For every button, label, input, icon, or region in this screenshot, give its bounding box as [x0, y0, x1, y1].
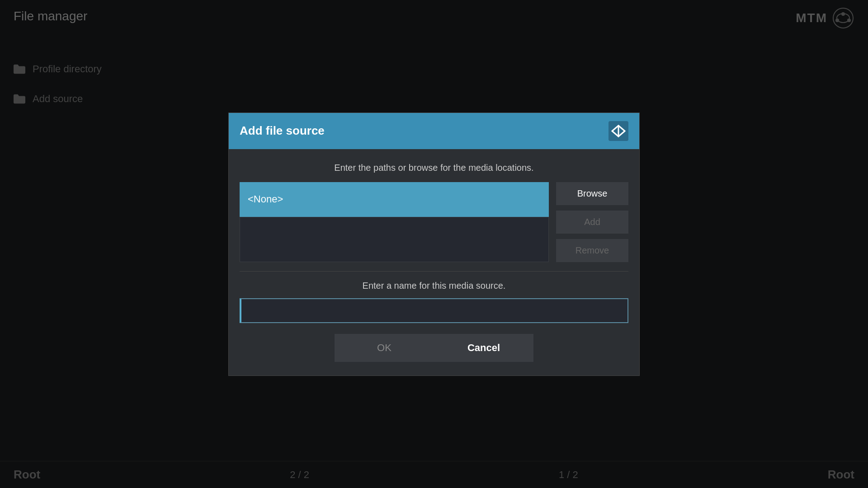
dialog-close-icon[interactable]: [609, 121, 628, 141]
cancel-button[interactable]: Cancel: [434, 334, 533, 362]
path-instruction: Enter the paths or browse for the media …: [240, 163, 628, 173]
dialog-actions: OK Cancel: [240, 334, 628, 362]
name-instruction: Enter a name for this media source.: [240, 281, 628, 291]
side-buttons: Browse Add Remove: [556, 182, 628, 262]
source-list-area: [240, 217, 549, 262]
modal-overlay: Add file source Enter the paths or brows…: [0, 0, 868, 488]
dialog-header: Add file source: [229, 113, 639, 149]
path-input[interactable]: [240, 182, 549, 217]
path-row: Browse Add Remove: [240, 182, 628, 262]
browse-button[interactable]: Browse: [556, 182, 628, 205]
dialog-divider: [240, 271, 628, 272]
name-input[interactable]: [240, 298, 628, 323]
dialog-body: Enter the paths or browse for the media …: [229, 149, 639, 375]
add-button[interactable]: Add: [556, 211, 628, 234]
ok-button[interactable]: OK: [335, 334, 434, 362]
remove-button[interactable]: Remove: [556, 239, 628, 262]
add-file-source-dialog: Add file source Enter the paths or brows…: [228, 113, 640, 376]
dialog-title: Add file source: [240, 124, 325, 138]
